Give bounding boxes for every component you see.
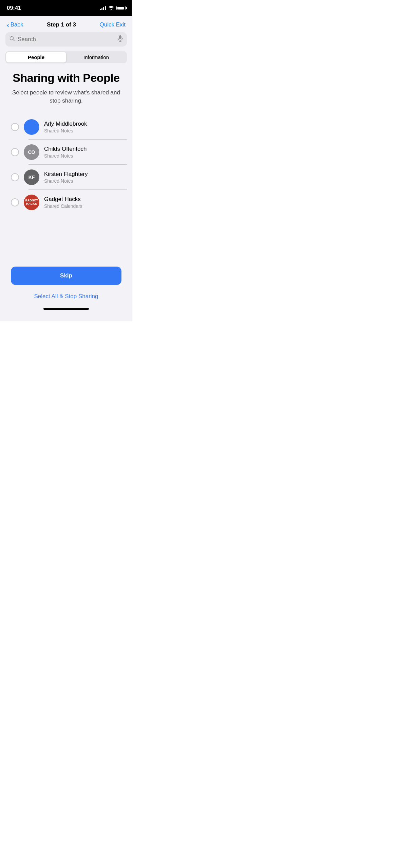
person-name: Gadget Hacks: [44, 196, 121, 203]
segmented-control: People Information: [5, 51, 127, 63]
quick-exit-button[interactable]: Quick Exit: [99, 21, 126, 28]
main-content: Sharing with People Select people to rev…: [0, 71, 132, 310]
avatar: CO: [24, 144, 39, 160]
radio-button[interactable]: [11, 173, 19, 181]
tab-information[interactable]: Information: [66, 52, 126, 62]
search-container: [0, 32, 132, 51]
search-input[interactable]: [18, 36, 115, 43]
avatar: GADGETHACKS: [24, 195, 39, 210]
person-detail: Shared Notes: [44, 128, 121, 133]
person-info: Arly Middlebrook Shared Notes: [44, 120, 121, 133]
svg-point-0: [111, 9, 112, 10]
list-item[interactable]: CO Childs Offentoch Shared Notes: [5, 140, 127, 165]
person-name: Kirsten Flaghtery: [44, 170, 121, 178]
person-detail: Shared Calendars: [44, 203, 121, 209]
svg-line-2: [13, 40, 15, 41]
nav-header: ‹ Back Step 1 of 3 Quick Exit: [0, 16, 132, 32]
home-indicator: [5, 305, 127, 310]
back-button[interactable]: ‹ Back: [7, 21, 23, 28]
avatar: KF: [24, 169, 39, 185]
home-bar: [43, 308, 89, 310]
avatar: [24, 119, 39, 135]
tab-people[interactable]: People: [6, 52, 66, 62]
list-item[interactable]: Arly Middlebrook Shared Notes: [5, 114, 127, 140]
radio-button[interactable]: [11, 123, 19, 131]
person-info: Gadget Hacks Shared Calendars: [44, 196, 121, 209]
radio-button[interactable]: [11, 198, 19, 206]
sheet: ‹ Back Step 1 of 3 Quick Exit: [0, 16, 132, 321]
list-item[interactable]: KF Kirsten Flaghtery Shared Notes: [5, 165, 127, 190]
radio-button[interactable]: [11, 148, 19, 156]
status-time: 09:41: [7, 5, 21, 12]
person-detail: Shared Notes: [44, 153, 121, 159]
select-all-stop-sharing-button[interactable]: Select All & Stop Sharing: [11, 292, 121, 301]
page-subtitle: Select people to review what's shared an…: [5, 89, 127, 105]
back-label: Back: [11, 21, 23, 28]
skip-button[interactable]: Skip: [11, 267, 121, 285]
people-list: Arly Middlebrook Shared Notes CO Childs …: [5, 114, 127, 215]
search-icon: [9, 36, 15, 43]
back-chevron-icon: ‹: [7, 21, 9, 28]
person-info: Kirsten Flaghtery Shared Notes: [44, 170, 121, 184]
bottom-section: Skip Select All & Stop Sharing: [5, 267, 127, 301]
page-title: Sharing with People: [5, 71, 127, 85]
person-detail: Shared Notes: [44, 178, 121, 184]
svg-rect-3: [119, 35, 121, 39]
status-icons: [100, 5, 126, 11]
person-name: Arly Middlebrook: [44, 120, 121, 128]
status-bar: 09:41: [0, 0, 132, 16]
microphone-icon[interactable]: [118, 35, 123, 43]
search-bar[interactable]: [5, 32, 127, 47]
person-info: Childs Offentoch Shared Notes: [44, 145, 121, 159]
signal-bars-icon: [100, 6, 106, 10]
wifi-icon: [108, 5, 114, 11]
list-item[interactable]: GADGETHACKS Gadget Hacks Shared Calendar…: [5, 190, 127, 215]
battery-icon: [116, 6, 126, 10]
person-name: Childs Offentoch: [44, 145, 121, 153]
nav-step-title: Step 1 of 3: [47, 21, 76, 28]
